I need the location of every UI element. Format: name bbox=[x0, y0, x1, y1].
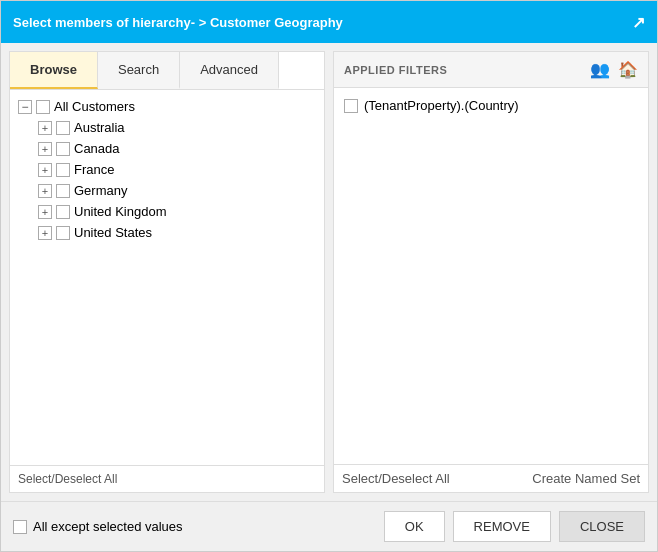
item-label: Australia bbox=[74, 120, 125, 135]
item-label: United States bbox=[74, 225, 152, 240]
dialog-header: Select members of hierarchy- > Customer … bbox=[1, 1, 657, 43]
all-except-checkbox[interactable] bbox=[13, 520, 27, 534]
checkbox-canada[interactable] bbox=[56, 142, 70, 156]
list-item[interactable]: + Germany bbox=[14, 180, 320, 201]
ok-button[interactable]: OK bbox=[384, 511, 445, 542]
tree-area: − All Customers + Australia + Canada + bbox=[10, 90, 324, 465]
dialog: Select members of hierarchy- > Customer … bbox=[0, 0, 658, 552]
dialog-body: Browse Search Advanced − All Customers +… bbox=[1, 43, 657, 501]
right-panel-footer: Select/Deselect All Create Named Set bbox=[334, 464, 648, 492]
checkbox-us[interactable] bbox=[56, 226, 70, 240]
create-named-set[interactable]: Create Named Set bbox=[532, 471, 640, 486]
checkbox-uk[interactable] bbox=[56, 205, 70, 219]
dialog-title: Select members of hierarchy- > Customer … bbox=[13, 15, 343, 30]
checkbox-france[interactable] bbox=[56, 163, 70, 177]
expand-australia[interactable]: + bbox=[38, 121, 52, 135]
list-item[interactable]: + United Kingdom bbox=[14, 201, 320, 222]
root-checkbox[interactable] bbox=[36, 100, 50, 114]
footer-left: All except selected values bbox=[13, 519, 183, 534]
right-select-all[interactable]: Select/Deselect All bbox=[342, 471, 450, 486]
expand-icon[interactable]: ↗ bbox=[632, 13, 645, 32]
left-panel-footer[interactable]: Select/Deselect All bbox=[10, 465, 324, 492]
expand-us[interactable]: + bbox=[38, 226, 52, 240]
checkbox-australia[interactable] bbox=[56, 121, 70, 135]
dialog-footer: All except selected values OK REMOVE CLO… bbox=[1, 501, 657, 551]
tab-advanced[interactable]: Advanced bbox=[180, 52, 279, 89]
close-button[interactable]: CLOSE bbox=[559, 511, 645, 542]
all-except-label: All except selected values bbox=[33, 519, 183, 534]
item-label: United Kingdom bbox=[74, 204, 167, 219]
expand-uk[interactable]: + bbox=[38, 205, 52, 219]
expand-germany[interactable]: + bbox=[38, 184, 52, 198]
tab-search[interactable]: Search bbox=[98, 52, 180, 89]
list-item[interactable]: + Australia bbox=[14, 117, 320, 138]
list-item[interactable]: + United States bbox=[14, 222, 320, 243]
filter-item: (TenantProperty).(Country) bbox=[342, 94, 640, 117]
filter-checkbox[interactable] bbox=[344, 99, 358, 113]
group-icon[interactable]: 👥 bbox=[590, 60, 610, 79]
applied-filters-header: APPLIED FILTERS 👥 🏠 bbox=[334, 52, 648, 88]
root-label: All Customers bbox=[54, 99, 135, 114]
list-item[interactable]: + France bbox=[14, 159, 320, 180]
header-icons: 👥 🏠 bbox=[590, 60, 638, 79]
expand-canada[interactable]: + bbox=[38, 142, 52, 156]
list-item[interactable]: + Canada bbox=[14, 138, 320, 159]
expand-france[interactable]: + bbox=[38, 163, 52, 177]
tab-bar: Browse Search Advanced bbox=[10, 52, 324, 90]
left-panel: Browse Search Advanced − All Customers +… bbox=[9, 51, 325, 493]
remove-button[interactable]: REMOVE bbox=[453, 511, 551, 542]
right-panel: APPLIED FILTERS 👥 🏠 (TenantProperty).(Co… bbox=[333, 51, 649, 493]
filters-area: (TenantProperty).(Country) bbox=[334, 88, 648, 464]
item-label: France bbox=[74, 162, 114, 177]
item-label: Germany bbox=[74, 183, 127, 198]
checkbox-germany[interactable] bbox=[56, 184, 70, 198]
tab-browse[interactable]: Browse bbox=[10, 52, 98, 89]
footer-buttons: OK REMOVE CLOSE bbox=[384, 511, 645, 542]
item-label: Canada bbox=[74, 141, 120, 156]
collapse-button[interactable]: − bbox=[18, 100, 32, 114]
applied-filters-label: APPLIED FILTERS bbox=[344, 64, 447, 76]
filter-label: (TenantProperty).(Country) bbox=[364, 98, 519, 113]
home-icon[interactable]: 🏠 bbox=[618, 60, 638, 79]
tree-root[interactable]: − All Customers bbox=[14, 96, 320, 117]
